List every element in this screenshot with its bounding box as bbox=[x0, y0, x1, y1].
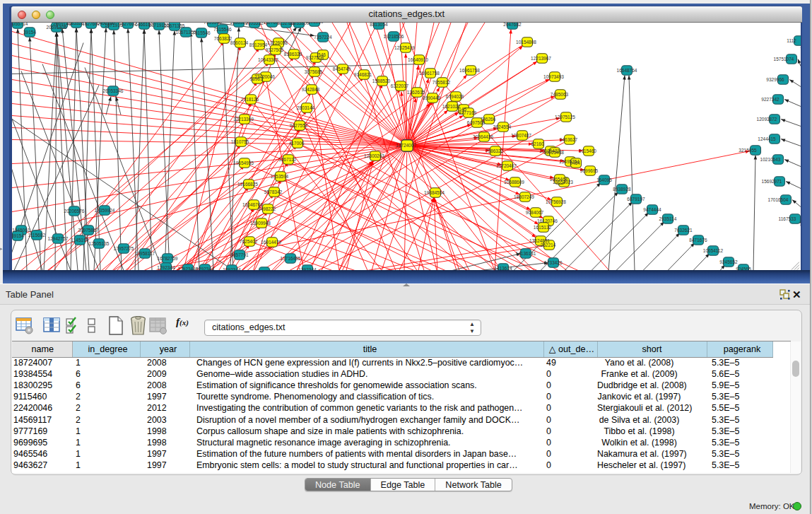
svg-text:6322037: 6322037 bbox=[391, 83, 409, 88]
svg-text:3215955: 3215955 bbox=[739, 147, 757, 152]
svg-text:19218506: 19218506 bbox=[384, 33, 404, 38]
svg-text:10210643: 10210643 bbox=[760, 156, 781, 161]
svg-text:1810755: 1810755 bbox=[231, 139, 249, 144]
svg-text:19384554: 19384554 bbox=[424, 189, 445, 194]
svg-text:9146821: 9146821 bbox=[354, 71, 372, 76]
svg-text:5578342: 5578342 bbox=[264, 189, 283, 194]
svg-text:9427552: 9427552 bbox=[290, 122, 308, 127]
svg-text:15909948: 15909948 bbox=[250, 220, 271, 225]
svg-text:12505135: 12505135 bbox=[89, 240, 110, 245]
svg-text:18807249: 18807249 bbox=[514, 194, 534, 199]
svg-text:12300203: 12300203 bbox=[364, 153, 384, 158]
svg-text:16914479: 16914479 bbox=[261, 239, 281, 244]
svg-text:10688609: 10688609 bbox=[504, 179, 524, 184]
svg-text:417006: 417006 bbox=[289, 140, 305, 145]
svg-text:8454749: 8454749 bbox=[333, 66, 351, 71]
svg-text:10958117: 10958117 bbox=[135, 250, 155, 255]
svg-text:16961758: 16961758 bbox=[459, 67, 480, 72]
svg-text:7357224: 7357224 bbox=[314, 34, 332, 39]
svg-text:15751074: 15751074 bbox=[774, 56, 794, 61]
svg-text:20364436: 20364436 bbox=[473, 134, 493, 139]
svg-text:9227342: 9227342 bbox=[761, 96, 779, 101]
svg-text:7485063: 7485063 bbox=[551, 91, 569, 96]
svg-text:15720407: 15720407 bbox=[496, 163, 517, 168]
svg-text:1615132: 1615132 bbox=[534, 224, 552, 229]
svg-text:9084067: 9084067 bbox=[526, 209, 544, 214]
svg-text:1292344: 1292344 bbox=[157, 264, 175, 269]
svg-text:1353594: 1353594 bbox=[271, 173, 289, 178]
svg-text:7663822: 7663822 bbox=[214, 35, 233, 40]
svg-text:8912954: 8912954 bbox=[249, 42, 268, 47]
svg-text:15692971: 15692971 bbox=[762, 178, 782, 183]
svg-text:3875685: 3875685 bbox=[305, 69, 323, 74]
svg-text:7515546: 7515546 bbox=[204, 23, 222, 25]
svg-text:8938928: 8938928 bbox=[613, 186, 631, 191]
svg-text:16782759: 16782759 bbox=[158, 255, 178, 260]
svg-text:20206576: 20206576 bbox=[64, 208, 85, 213]
svg-text:16120746: 16120746 bbox=[537, 218, 558, 223]
svg-text:8186328: 8186328 bbox=[284, 51, 302, 56]
svg-text:10973493: 10973493 bbox=[543, 74, 564, 78]
svg-text:7955812: 7955812 bbox=[433, 79, 451, 84]
svg-text:1588520: 1588520 bbox=[372, 78, 391, 83]
svg-text:7632621: 7632621 bbox=[674, 227, 693, 232]
svg-text:19166825: 19166825 bbox=[237, 181, 258, 186]
svg-text:1145194: 1145194 bbox=[71, 237, 89, 242]
svg-text:546: 546 bbox=[318, 52, 326, 57]
svg-text:2718126: 2718126 bbox=[241, 96, 259, 101]
svg-text:17957275: 17957275 bbox=[114, 245, 134, 250]
svg-text:9474444: 9474444 bbox=[643, 206, 661, 211]
svg-text:10154808: 10154808 bbox=[516, 39, 536, 44]
svg-text:164095: 164095 bbox=[596, 177, 612, 182]
svg-text:1545061: 1545061 bbox=[12, 227, 30, 232]
svg-text:3624554: 3624554 bbox=[493, 124, 512, 129]
svg-text:13716485: 13716485 bbox=[281, 255, 301, 260]
svg-text:5498222: 5498222 bbox=[258, 206, 276, 211]
svg-text:8990448: 8990448 bbox=[423, 95, 441, 100]
svg-text:19756928: 19756928 bbox=[546, 199, 566, 204]
svg-text:9464: 9464 bbox=[570, 160, 580, 165]
svg-text:12325419: 12325419 bbox=[394, 45, 415, 49]
svg-text:16648764: 16648764 bbox=[617, 67, 637, 72]
svg-text:9329966: 9329966 bbox=[766, 76, 784, 81]
svg-text:10654112: 10654112 bbox=[703, 247, 724, 252]
svg-text:1965464: 1965464 bbox=[550, 176, 568, 181]
svg-text:1527602: 1527602 bbox=[119, 23, 137, 26]
svg-text:14136141: 14136141 bbox=[516, 250, 536, 255]
svg-text:1244415: 1244415 bbox=[758, 136, 776, 141]
svg-text:1603380: 1603380 bbox=[305, 23, 324, 24]
svg-text:98961: 98961 bbox=[249, 76, 262, 81]
svg-text:1112: 1112 bbox=[787, 37, 796, 42]
svg-text:6879197: 6879197 bbox=[627, 196, 645, 201]
svg-text:7625402: 7625402 bbox=[240, 238, 258, 243]
svg-text:6794028: 6794028 bbox=[446, 93, 464, 98]
svg-text:12213967: 12213967 bbox=[531, 55, 551, 60]
svg-text:1362615: 1362615 bbox=[407, 89, 425, 94]
svg-text:7986322: 7986322 bbox=[486, 148, 504, 153]
svg-text:16640910: 16640910 bbox=[408, 57, 428, 62]
svg-text:2105532: 2105532 bbox=[245, 23, 264, 25]
svg-text:1115682: 1115682 bbox=[28, 232, 46, 237]
svg-text:26053346: 26053346 bbox=[103, 88, 124, 93]
svg-text:12942757: 12942757 bbox=[48, 235, 69, 240]
svg-text:10671355: 10671355 bbox=[165, 23, 185, 28]
svg-text:3267110: 3267110 bbox=[278, 156, 296, 161]
svg-text:10807487: 10807487 bbox=[511, 132, 531, 137]
svg-text:1733426: 1733426 bbox=[544, 259, 563, 264]
svg-text:6497568: 6497568 bbox=[467, 119, 486, 124]
svg-text:13226058: 13226058 bbox=[267, 40, 288, 45]
svg-text:1413614: 1413614 bbox=[494, 265, 512, 270]
svg-text:2803144: 2803144 bbox=[297, 105, 315, 110]
svg-text:8813054: 8813054 bbox=[370, 23, 388, 27]
svg-text:9115460: 9115460 bbox=[579, 148, 596, 153]
svg-text:39154: 39154 bbox=[23, 29, 36, 34]
svg-text:18724007: 18724007 bbox=[396, 143, 416, 148]
svg-text:12975125: 12975125 bbox=[555, 114, 575, 119]
svg-text:2047682: 2047682 bbox=[503, 23, 522, 27]
svg-text:9699695: 9699695 bbox=[580, 168, 599, 173]
svg-text:16961758: 16961758 bbox=[419, 70, 440, 75]
svg-text:9857791: 9857791 bbox=[230, 252, 249, 257]
svg-text:30975867: 30975867 bbox=[78, 227, 99, 232]
svg-text:9463627: 9463627 bbox=[560, 136, 578, 141]
svg-text:7515546: 7515546 bbox=[192, 30, 211, 35]
